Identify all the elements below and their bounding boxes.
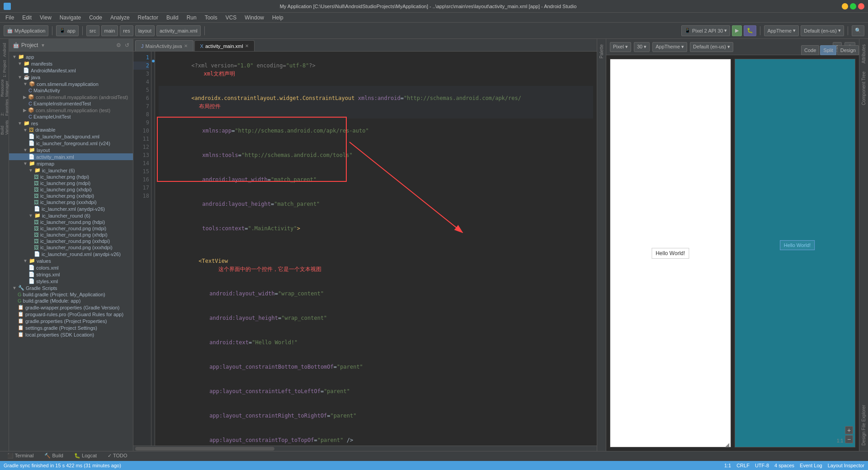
menu-refactor[interactable]: Refactor (134, 14, 162, 22)
android-dropdown[interactable]: ▾ (42, 42, 44, 48)
build-tab[interactable]: 🔨 Build (41, 452, 67, 461)
tree-ic-fg[interactable]: 📄 ic_launcher_foreground.xml (v24) (9, 140, 133, 147)
tree-ic-launcher[interactable]: ▼ 📁 ic_launcher (6) (9, 167, 133, 174)
resource-manager-tab[interactable]: Resource Manager (1, 79, 8, 97)
tree-ic-xhdpi[interactable]: 🖼 ic_launcher.png (xhdpi) (9, 186, 133, 193)
menu-vcs[interactable]: VCS (222, 14, 241, 22)
tree-round-hdpi[interactable]: 🖼 ic_launcher_round.png (hdpi) (9, 219, 133, 225)
tree-ic-bg[interactable]: 📄 ic_launcher_background.xml (9, 133, 133, 140)
close-tab-active-icon[interactable]: ✕ (245, 43, 249, 48)
layout-btn[interactable]: layout (135, 25, 155, 36)
tree-androidmanifest[interactable]: 📄 AndroidManifest.xml (9, 67, 133, 74)
src-btn[interactable]: src (86, 25, 99, 36)
code-scrollbar[interactable] (133, 446, 597, 451)
device-dropdown[interactable]: 📱 Pixel 2 API 30 ▾ (681, 25, 731, 36)
menu-tools[interactable]: Tools (201, 14, 221, 22)
menu-edit[interactable]: Edit (19, 14, 35, 22)
tree-activity-main[interactable]: 📄 activity_main.xml (9, 153, 133, 160)
tab-activity-main[interactable]: X activity_main.xml ✕ (194, 40, 255, 51)
tree-strings[interactable]: 📄 strings.xml (9, 271, 133, 278)
tree-app[interactable]: ▼ 📁 app (9, 53, 133, 60)
locale-dropdown[interactable]: Default (en-us) ▾ (690, 42, 733, 52)
tree-build-gradle-module[interactable]: G build.gradle (Module: app) (9, 298, 133, 304)
tree-local-props[interactable]: 📋 local.properties (SDK Location) (9, 331, 133, 338)
main-btn[interactable]: main (101, 25, 118, 36)
android-side-tab[interactable]: Android (1, 41, 8, 59)
menu-help[interactable]: Help (269, 14, 287, 22)
close-tab-icon[interactable]: ✕ (184, 43, 188, 48)
code-editor[interactable]: 1 2 3 4 5 6 7 8 9 10 11 12 13 14 15 16 1… (133, 52, 597, 446)
menu-view[interactable]: View (36, 14, 55, 22)
tree-ic-anydpi[interactable]: 📄 ic_launcher.xml (anydpi-v26) (9, 205, 133, 212)
project-settings-icon[interactable]: ⚙ (116, 42, 121, 48)
resize-handle[interactable]: ◢ (725, 442, 731, 447)
locale-dropdown[interactable]: Default (en-us) ▾ (801, 25, 844, 36)
tree-ic-mdpi[interactable]: 🖼 ic_launcher.png (mdpi) (9, 180, 133, 186)
charset[interactable]: UTF-8 (755, 463, 769, 468)
design-file-explorer-tab[interactable]: Design File Explorer (860, 401, 867, 449)
tree-manifests[interactable]: ▼ 📁 manifests (9, 60, 133, 67)
tree-pkg-android-test[interactable]: ▶ 📦 com.slimenull.myapplication (android… (9, 94, 133, 100)
indent-info[interactable]: 4 spaces (774, 463, 794, 468)
favorites-tab[interactable]: 2: Favorites (1, 98, 8, 116)
tab-mainactivity[interactable]: J MainActivity.java ✕ (135, 40, 193, 51)
tree-colors[interactable]: 📄 colors.xml (9, 264, 133, 271)
tree-round-xxhdpi[interactable]: 🖼 ic_launcher_round.png (xxhdpi) (9, 238, 133, 244)
menu-analyze[interactable]: Analyze (107, 14, 133, 22)
component-tree-tab[interactable]: Component Tree (860, 68, 867, 109)
tree-java[interactable]: ▼ ☕ java (9, 74, 133, 81)
api-dropdown[interactable]: 30 ▾ (634, 42, 650, 52)
code-content[interactable]: <?xml version="1.0" encoding="utf-8"?> x… (155, 52, 597, 446)
tree-round-anydpi[interactable]: 📄 ic_launcher_round.xml (anydpi-v26) (9, 251, 133, 257)
close-button[interactable] (858, 3, 864, 9)
code-view-btn[interactable]: Code (801, 45, 819, 55)
tree-mainactivity[interactable]: C MainActivity (9, 87, 133, 94)
tree-mipmap[interactable]: ▼ 📁 mipmap (9, 160, 133, 167)
cursor-position[interactable]: 1:1 (724, 463, 731, 468)
tree-gradle-scripts[interactable]: ▼ 🔧 Gradle Scripts (9, 285, 133, 291)
maximize-button[interactable] (850, 3, 856, 9)
apptheme-dropdown[interactable]: AppTheme ▾ (652, 42, 687, 52)
tree-pkg-main[interactable]: ▼ 📦 com.slimenull.myapplication (9, 81, 133, 87)
debug-button[interactable]: 🐛 (744, 25, 756, 36)
tree-values[interactable]: ▼ 📁 values (9, 257, 133, 264)
line-separator[interactable]: CRLF (736, 463, 750, 468)
tree-ic-hdpi[interactable]: 🖼 ic_launcher.png (hdpi) (9, 174, 133, 180)
menu-build[interactable]: Build (163, 14, 182, 22)
split-view-btn[interactable]: Split (820, 45, 836, 55)
tree-round-mdpi[interactable]: 🖼 ic_launcher_round.png (mdpi) (9, 225, 133, 232)
tree-example-instrumented[interactable]: C ExampleInstrumentedTest (9, 100, 133, 107)
zoom-out-button[interactable]: − (845, 435, 853, 443)
res-btn[interactable]: res (120, 25, 133, 36)
zoom-in-button[interactable]: + (845, 426, 853, 434)
minimize-button[interactable] (842, 3, 848, 9)
run-button[interactable]: ▶ (732, 25, 742, 36)
project-sync-icon[interactable]: ↺ (125, 42, 129, 48)
menu-window[interactable]: Window (241, 14, 268, 22)
project-side-tab[interactable]: 1: Project (1, 60, 8, 78)
todo-tab[interactable]: ✓ TODO (104, 452, 131, 461)
tree-gradle-wrapper[interactable]: 📋 gradle-wrapper.properties (Gradle Vers… (9, 304, 133, 311)
pixel-dropdown[interactable]: Pixel ▾ (610, 42, 631, 52)
event-log-btn[interactable]: Event Log (800, 463, 822, 468)
tree-build-gradle-project[interactable]: G build.gradle (Project: My_Application) (9, 291, 133, 298)
module-btn[interactable]: 📱 app (56, 25, 78, 36)
palette-tab[interactable]: Palette (598, 41, 605, 62)
activity-btn[interactable]: activity_main.xml (156, 25, 201, 36)
menu-navigate[interactable]: Navigate (56, 14, 85, 22)
layout-inspector-btn[interactable]: Layout Inspector (828, 463, 864, 468)
tree-ic-xxhdpi[interactable]: 🖼 ic_launcher.png (xxhdpi) (9, 193, 133, 199)
build-variants-tab[interactable]: Build Variants (1, 117, 8, 135)
logcat-tab[interactable]: 🐛 Logcat (71, 452, 100, 461)
tree-example-unit[interactable]: C ExampleUnitTest (9, 114, 133, 120)
tree-pkg-test[interactable]: ▶ 📦 com.slimenull.myapplication (test) (9, 107, 133, 114)
menu-code[interactable]: Code (85, 14, 106, 22)
tree-round-xhdpi[interactable]: 🖼 ic_launcher_round.png (xhdpi) (9, 232, 133, 238)
tree-settings-gradle[interactable]: 📋 settings.gradle (Project Settings) (9, 324, 133, 331)
tree-layout[interactable]: ▼ 📁 layout (9, 147, 133, 153)
tree-ic-xxxhdpi[interactable]: 🖼 ic_launcher.png (xxxhdpi) (9, 199, 133, 205)
tree-styles[interactable]: 📄 styles.xml (9, 278, 133, 285)
tree-gradle-props[interactable]: 📋 gradle.properties (Project Properties) (9, 318, 133, 324)
tree-res[interactable]: ▼ 📁 res (9, 120, 133, 127)
design-view-btn[interactable]: Design (837, 45, 859, 55)
